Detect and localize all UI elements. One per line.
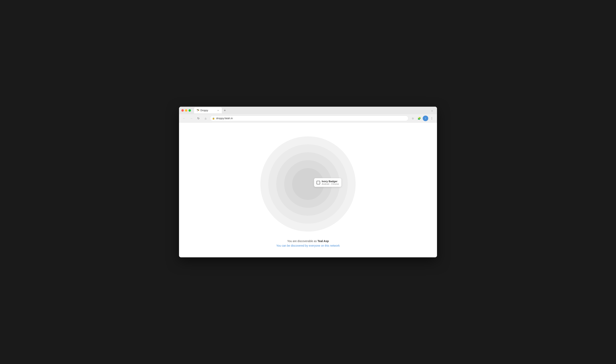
new-tab-button[interactable]: + — [222, 108, 227, 113]
active-tab[interactable]: 🪂 Droppy × — [194, 107, 222, 113]
browser-window: 🪂 Droppy × + ⌄ ← → ↻ ⌂ 🔒 droppy.falah.in… — [179, 107, 437, 257]
footer: You are discoverable as Teal Asp You can… — [276, 239, 340, 247]
radar-container: Ivory Badger Android - Chrome — [260, 136, 356, 232]
url-text: droppy.falah.in — [216, 117, 406, 120]
tab-bar: 🪂 Droppy × + — [194, 107, 428, 113]
maximize-button[interactable] — [189, 109, 191, 112]
discoverable-text: You are discoverable as Teal Asp — [276, 239, 340, 243]
close-button[interactable] — [181, 109, 184, 112]
title-bar: 🪂 Droppy × + ⌄ — [179, 107, 437, 114]
device-info: Ivory Badger Android - Chrome — [322, 180, 339, 185]
minimize-button[interactable] — [185, 109, 187, 112]
nav-actions: ☆ 🧩 i ⋮ — [410, 116, 435, 121]
discoverable-prefix: You are discoverable as — [287, 239, 317, 243]
network-link[interactable]: You can be discovered by everyone on thi… — [276, 244, 340, 247]
nav-bar: ← → ↻ ⌂ 🔒 droppy.falah.in ☆ 🧩 i ⋮ — [179, 114, 437, 123]
tab-close-button[interactable]: × — [217, 109, 219, 112]
address-bar[interactable]: 🔒 droppy.falah.in — [210, 116, 409, 121]
profile-button[interactable]: i — [423, 116, 428, 121]
reload-button[interactable]: ↻ — [196, 116, 201, 121]
tab-title: Droppy — [200, 109, 216, 112]
menu-button[interactable]: ⋮ — [429, 116, 435, 121]
traffic-lights — [181, 109, 191, 112]
device-name: Ivory Badger — [322, 180, 339, 183]
discoverable-name: Teal Asp — [317, 239, 329, 243]
security-icon: 🔒 — [212, 117, 215, 119]
tab-dropdown-button[interactable]: ⌄ — [429, 108, 435, 113]
device-type: Android - Chrome — [322, 183, 339, 185]
home-button[interactable]: ⌂ — [203, 116, 208, 121]
extensions-button[interactable]: 🧩 — [416, 116, 422, 121]
bookmark-button[interactable]: ☆ — [410, 116, 416, 121]
back-button[interactable]: ← — [181, 116, 187, 121]
device-icon — [316, 181, 320, 184]
forward-button[interactable]: → — [189, 116, 194, 121]
page-content: Ivory Badger Android - Chrome You are di… — [179, 123, 437, 257]
device-tooltip[interactable]: Ivory Badger Android - Chrome — [314, 178, 342, 187]
tab-favicon-icon: 🪂 — [196, 109, 199, 112]
